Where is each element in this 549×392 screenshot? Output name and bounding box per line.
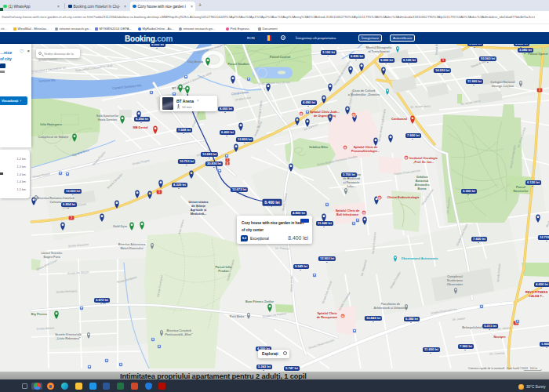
- svg-text:George Coșbuc: George Coșbuc: [492, 85, 514, 88]
- svg-text:Casa de Cultură: Casa de Cultură: [353, 89, 376, 93]
- svg-text:Penticostală „Elim”: Penticostală „Elim”: [165, 333, 192, 336]
- svg-text:Bum Fitness Zorilor: Bum Fitness Zorilor: [245, 300, 274, 303]
- svg-text:Observator: Observator: [447, 283, 464, 286]
- svg-text:Școala Gimnazială: Școala Gimnazială: [55, 333, 82, 336]
- svg-text:H: H: [342, 314, 344, 318]
- svg-text:Calvaria: Calvaria: [50, 201, 63, 204]
- svg-text:Pneumoftiziologie...: Pneumoftiziologie...: [351, 150, 380, 153]
- svg-text:Petit Bebe: Petit Bebe: [230, 315, 245, 318]
- svg-text:H: H: [363, 211, 365, 215]
- svg-text:Strada Brătianu: Strada Brătianu: [435, 44, 438, 55]
- svg-text:Narciselor: Narciselor: [513, 189, 529, 193]
- svg-text:Parcul Stadion: Parcul Stadion: [227, 62, 249, 66]
- svg-text:Complexul: Complexul: [447, 275, 462, 278]
- svg-text:„Liviu Rebreanu”: „Liviu Rebreanu”: [56, 337, 80, 340]
- svg-text:Spitalul Clinic de: Spitalul Clinic de: [354, 146, 378, 149]
- svg-text:Iulia Hațieganu: Iulia Hațieganu: [40, 122, 62, 126]
- svg-text:CALEA T...: CALEA T...: [529, 294, 544, 298]
- svg-text:Gold Gym: Gold Gym: [113, 225, 128, 228]
- svg-text:Biserica Romano-Catolică: Biserica Romano-Catolică: [37, 197, 75, 200]
- svg-text:Horia Demian: Horia Demian: [98, 118, 118, 122]
- svg-text:Bebepufuletul: Bebepufuletul: [462, 326, 482, 329]
- svg-text:Clinica Endocrinologie: Clinica Endocrinologie: [387, 196, 419, 199]
- svg-text:al Transilvaniei: al Transilvaniei: [368, 50, 389, 53]
- svg-text:Cardiomed: Cardiomed: [391, 118, 408, 121]
- svg-text:Sala Sporturilor: Sala Sporturilor: [96, 114, 119, 118]
- svg-text:Cluj Arena: Cluj Arena: [187, 60, 204, 64]
- svg-text:a Studenților „Dumitru: a Studenților „Dumitru: [348, 93, 380, 96]
- svg-text:Eugen Pora: Eugen Pora: [43, 256, 60, 259]
- svg-text:Spitalul Clinic: Spitalul Clinic: [317, 312, 336, 315]
- svg-text:Complexul de Natație: Complexul de Natație: [38, 136, 69, 139]
- svg-text:de Medicină: de Medicină: [343, 177, 361, 180]
- svg-text:Borza: Borza: [418, 187, 427, 191]
- svg-text:H: H: [405, 156, 408, 160]
- svg-text:Maicii Domnului: Maicii Domnului: [120, 247, 143, 250]
- svg-text:H: H: [379, 196, 381, 200]
- svg-text:Facultatea de: Facultatea de: [381, 303, 400, 306]
- svg-text:Colegiul Național: Colegiul Național: [490, 81, 514, 84]
- svg-text:Institutul Oncologic: Institutul Oncologic: [409, 157, 438, 160]
- svg-text:Comenzi rapide de la tastatură: Comenzi rapide de la tastatură Date hart…: [468, 367, 537, 370]
- svg-text:MB Dental: MB Dental: [133, 125, 147, 129]
- svg-text:Biserica Creștină: Biserica Creștină: [166, 329, 191, 332]
- svg-text:Biserica Adormirea: Biserica Adormirea: [118, 243, 147, 246]
- svg-text:Noviqen: Noviqen: [494, 336, 507, 339]
- svg-text:H: H: [300, 112, 303, 116]
- svg-text:Boli Infecțioase: Boli Infecțioase: [336, 213, 358, 216]
- svg-text:E: E: [227, 162, 228, 165]
- svg-text:Parcul Central: Parcul Central: [270, 55, 290, 59]
- svg-text:Studențesc: Studențesc: [447, 279, 463, 282]
- svg-text:Spitalul Clinic de: Spitalul Clinic de: [336, 209, 360, 212]
- svg-text:Muzeul Etnografic: Muzeul Etnografic: [366, 46, 392, 49]
- svg-text:Big Fitness: Big Fitness: [31, 313, 47, 316]
- svg-text:Liceul Teoretic: Liceul Teoretic: [42, 252, 63, 255]
- svg-text:Iuliu...: Iuliu...: [347, 185, 356, 188]
- svg-text:H: H: [344, 146, 347, 150]
- svg-text:de Recuperare: de Recuperare: [317, 316, 337, 319]
- svg-text:Prodan: Prodan: [218, 269, 229, 273]
- svg-text:H: H: [353, 113, 355, 117]
- svg-text:Spitalul Clinic Jude...: Spitalul Clinic Jude...: [310, 111, 340, 114]
- svg-text:Grădina Miko: Grădina Miko: [309, 146, 329, 149]
- svg-text:Arhitectură și Urbanism: Arhitectură și Urbanism: [373, 307, 408, 310]
- svg-text:și Farmacie: și Farmacie: [344, 181, 360, 184]
- svg-text:Observatorul Astronomic: Observatorul Astronomic: [402, 256, 439, 260]
- svg-text:„Prof. Dr. Ion...: „Prof. Dr. Ion...: [413, 161, 434, 164]
- svg-text:de Urgență Cluj: de Urgență Cluj: [314, 114, 336, 118]
- svg-text:Strada Zorilor: Strada Zorilor: [290, 274, 294, 292]
- svg-text:Medicină...: Medicină...: [191, 212, 206, 216]
